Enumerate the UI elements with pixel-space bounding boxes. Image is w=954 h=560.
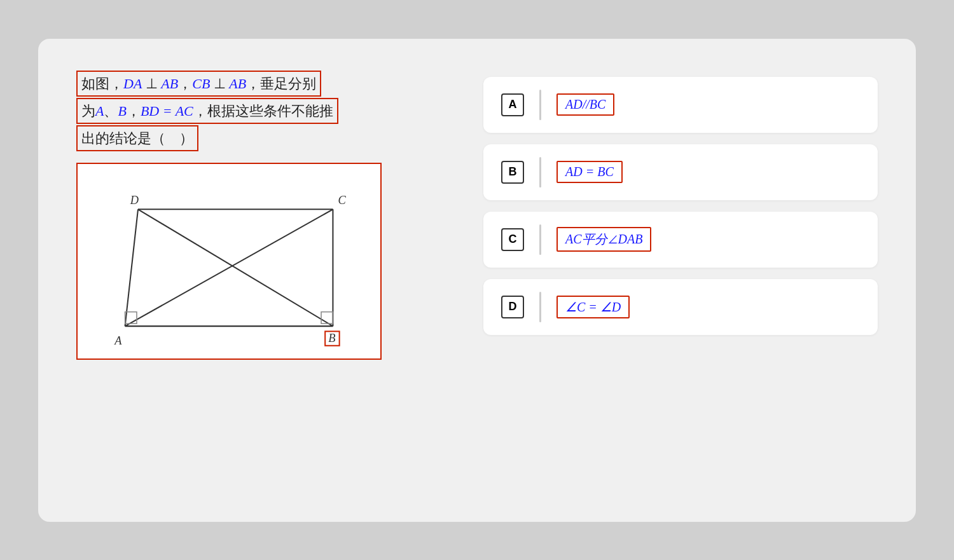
option-content-c: AC平分∠DAB: [556, 227, 651, 252]
divider-c: [539, 224, 541, 255]
question-line-2: 为A、B，BD = AC，根据这些条件不能推: [76, 98, 338, 124]
option-row-d[interactable]: D ∠C = ∠D: [483, 279, 878, 335]
option-content-d: ∠C = ∠D: [556, 296, 630, 318]
diagram-box: D C A B: [76, 163, 382, 360]
right-panel: A AD//BC B AD = BC C AC平分∠DAB D: [483, 71, 878, 490]
option-label-c: C: [501, 228, 524, 251]
svg-text:A: A: [114, 334, 122, 346]
option-label-b: B: [501, 161, 524, 184]
geometry-diagram: D C A B: [84, 170, 374, 352]
option-label-d: D: [501, 296, 524, 318]
svg-text:D: D: [130, 194, 139, 207]
divider-d: [539, 292, 541, 322]
svg-text:C: C: [338, 194, 347, 207]
divider-a: [539, 90, 541, 120]
option-row-c[interactable]: C AC平分∠DAB: [483, 212, 878, 268]
option-content-a: AD//BC: [556, 93, 614, 116]
svg-line-4: [125, 209, 333, 326]
option-row-b[interactable]: B AD = BC: [483, 144, 878, 200]
svg-text:B: B: [328, 331, 335, 344]
left-panel: 如图，DA ⊥ AB，CB ⊥ AB，垂足分别 为A、B，BD = AC，根据这…: [76, 71, 445, 490]
question-line-1: 如图，DA ⊥ AB，CB ⊥ AB，垂足分别: [76, 71, 321, 97]
svg-line-1: [125, 209, 138, 326]
option-row-a[interactable]: A AD//BC: [483, 77, 878, 133]
question-line-3: 出的结论是（ ）: [76, 125, 198, 151]
question-text: 如图，DA ⊥ AB，CB ⊥ AB，垂足分别 为A、B，BD = AC，根据这…: [76, 71, 445, 153]
svg-line-5: [138, 209, 333, 326]
option-content-b: AD = BC: [556, 161, 623, 183]
option-label-a: A: [501, 93, 524, 116]
main-card: 如图，DA ⊥ AB，CB ⊥ AB，垂足分别 为A、B，BD = AC，根据这…: [38, 39, 916, 522]
svg-rect-7: [321, 311, 333, 323]
divider-b: [539, 157, 541, 188]
